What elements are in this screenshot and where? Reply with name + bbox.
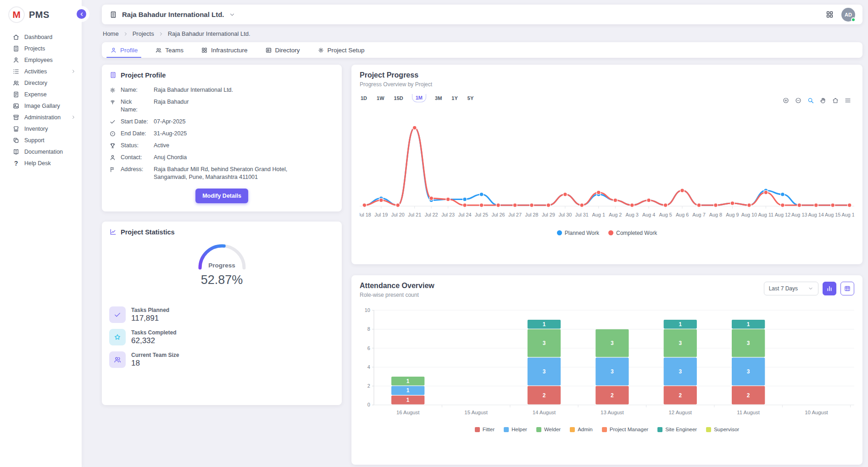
bar-chart[interactable]: 024681011116 August15 August233114 Augus… — [360, 306, 854, 427]
tab-teams[interactable]: Teams — [155, 42, 184, 58]
sidebar-item-documentation[interactable]: Documentation — [0, 146, 82, 157]
stat-row: Tasks Completed62,332 — [109, 329, 334, 345]
profile-field: Nick Name:Raja Bahadur — [109, 98, 334, 114]
line-chart[interactable]: Jul 18Jul 19Jul 20Jul 21Jul 22Jul 23Jul … — [360, 113, 854, 229]
user-avatar[interactable]: AD — [841, 8, 855, 22]
breadcrumb-item[interactable]: Raja Bahadur International Ltd. — [168, 30, 250, 37]
svg-text:2: 2 — [679, 392, 682, 399]
chart-view-button[interactable] — [823, 282, 836, 295]
range-1y-button[interactable]: 1Y — [451, 95, 458, 102]
zoom-out-icon[interactable] — [795, 97, 802, 104]
svg-text:15 August: 15 August — [464, 410, 488, 415]
menu-icon[interactable] — [844, 97, 851, 104]
sidebar-item-dashboard[interactable]: Dashboard — [0, 31, 82, 43]
legend-item[interactable]: Completed Work — [608, 230, 657, 236]
sidebar-item-inventory[interactable]: Inventory — [0, 123, 82, 134]
tab-profile[interactable]: Profile — [110, 42, 138, 58]
svg-text:Aug 14: Aug 14 — [808, 212, 824, 217]
book-icon — [12, 148, 20, 156]
svg-text:Jul 19: Jul 19 — [374, 212, 388, 217]
sidebar-item-image-gallary[interactable]: Image Gallary — [0, 100, 82, 111]
user-icon — [12, 56, 20, 64]
table-view-button[interactable] — [840, 282, 854, 295]
svg-text:11 August: 11 August — [737, 410, 760, 415]
card-title: Project Statistics — [121, 228, 175, 236]
sidebar-item-expense[interactable]: Expense — [0, 89, 82, 100]
range-15d-button[interactable]: 15D — [393, 95, 404, 102]
legend-swatch — [570, 427, 575, 432]
card-title: Project Progress — [360, 71, 854, 79]
range-selector: 1D1W15D1M3M1Y5Y — [360, 94, 854, 102]
date-range-select[interactable]: Last 7 Days — [764, 282, 818, 295]
svg-text:Jul 25: Jul 25 — [475, 212, 488, 217]
sidebar-item-label: Image Gallary — [24, 103, 60, 109]
breadcrumb-item[interactable]: Projects — [133, 30, 154, 37]
legend-item[interactable]: Project Manager — [602, 427, 648, 432]
field-label: Nick Name: — [121, 98, 149, 114]
field-value: Raja Bahadur — [154, 98, 189, 114]
breadcrumb-item[interactable]: Home — [103, 30, 119, 37]
svg-text:Jul 18: Jul 18 — [360, 212, 371, 217]
target-icon — [109, 130, 116, 137]
legend-item[interactable]: Admin — [570, 427, 593, 432]
help-icon: ? — [12, 160, 20, 167]
svg-text:Jul 26: Jul 26 — [492, 212, 505, 217]
sidebar: M PMS DashboardProjectsEmployeesActiviti… — [0, 0, 82, 467]
table-icon — [844, 285, 851, 292]
legend-item[interactable]: Planned Work — [557, 230, 599, 236]
progress-gauge: Progress 52.87% — [109, 240, 334, 287]
sidebar-item-support[interactable]: Support — [0, 134, 82, 146]
breadcrumb: HomeProjectsRaja Bahadur International L… — [103, 30, 862, 37]
svg-text:Jul 24: Jul 24 — [458, 212, 472, 217]
legend-dot — [608, 230, 613, 235]
svg-text:Aug 5: Aug 5 — [659, 212, 672, 217]
magnifier-icon[interactable] — [807, 97, 814, 104]
sidebar-item-directory[interactable]: Directory — [0, 77, 82, 89]
profile-field: Status:Active — [109, 142, 334, 150]
user-icon — [110, 47, 117, 54]
archive-icon — [12, 114, 20, 121]
card-subtitle: Progress Overview by Project — [360, 81, 854, 88]
header-right: AD — [825, 8, 855, 22]
range-5y-button[interactable]: 5Y — [467, 95, 474, 102]
zoom-in-icon[interactable] — [782, 97, 790, 104]
legend-item[interactable]: Welder — [536, 427, 561, 432]
chart-line-icon — [109, 228, 117, 236]
range-3m-button[interactable]: 3M — [434, 95, 443, 102]
sidebar-item-help-desk[interactable]: ?Help Desk — [0, 157, 82, 169]
tab-directory[interactable]: Directory — [265, 42, 300, 58]
stat-label: Tasks Planned — [131, 307, 169, 313]
stat-value: 62,332 — [131, 336, 176, 345]
sidebar-item-employees[interactable]: Employees — [0, 54, 82, 66]
range-1m-button[interactable]: 1M — [412, 94, 426, 102]
svg-text:2: 2 — [543, 392, 546, 399]
apps-grid-icon[interactable] — [825, 10, 834, 19]
legend-item[interactable]: Helper — [504, 427, 527, 432]
sidebar-item-activities[interactable]: Activities — [0, 66, 82, 77]
home-icon[interactable] — [832, 97, 839, 104]
range-1d-button[interactable]: 1D — [360, 95, 368, 102]
legend-item[interactable]: Fitter — [475, 427, 495, 432]
chevron-right-icon — [158, 31, 164, 37]
legend-item[interactable]: Site Engineer — [657, 427, 697, 432]
svg-text:3: 3 — [679, 368, 682, 375]
modify-details-button[interactable]: Modify Details — [195, 189, 248, 203]
tab-project-setup[interactable]: Project Setup — [317, 42, 365, 58]
trophy-icon — [109, 142, 116, 149]
field-value: 31-Aug-2025 — [154, 130, 187, 138]
field-label: Name: — [121, 86, 149, 94]
range-1w-button[interactable]: 1W — [376, 95, 385, 102]
legend-item[interactable]: Supervisor — [706, 427, 739, 432]
sidebar-collapse-button[interactable] — [77, 9, 86, 19]
profile-field: Start Date:07-Apr-2025 — [109, 118, 334, 126]
stat-iconbox — [109, 329, 126, 345]
tab-infrastructure[interactable]: Infrastructure — [201, 42, 248, 58]
image-icon — [12, 102, 20, 110]
sidebar-nav: DashboardProjectsEmployeesActivitiesDire… — [0, 31, 82, 169]
sidebar-item-administration[interactable]: Administration — [0, 111, 82, 123]
main-area: Raja Bahadur International Ltd. AD HomeP… — [82, 0, 868, 467]
sidebar-item-projects[interactable]: Projects — [0, 43, 82, 54]
hand-icon[interactable] — [819, 97, 827, 104]
app-logo[interactable]: M PMS — [0, 0, 82, 31]
company-selector[interactable]: Raja Bahadur International Ltd. — [109, 11, 235, 19]
